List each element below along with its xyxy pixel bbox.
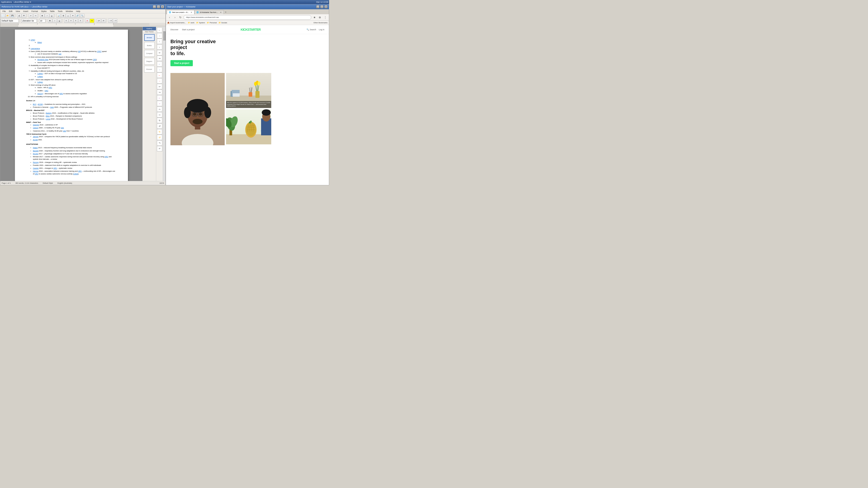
bullets-btn[interactable]: •≡: [101, 19, 106, 23]
browser-close[interactable]: ✕: [324, 5, 328, 8]
arrow-left-outline[interactable]: ⇦: [157, 106, 162, 112]
back-button[interactable]: ‹: [167, 15, 172, 20]
style-selector[interactable]: [1, 19, 19, 23]
save-btn[interactable]: 💾: [10, 14, 15, 18]
ks-nav-start[interactable]: Start a project: [182, 29, 195, 31]
underline-format-btn[interactable]: U: [57, 19, 62, 23]
align-left-btn[interactable]: ≡: [64, 19, 68, 23]
libreoffice-taskbar-btn[interactable]: LibreOffice Writer ▾: [14, 1, 31, 3]
menu-window[interactable]: Window: [64, 10, 74, 13]
bold-format-btn[interactable]: B: [48, 19, 52, 23]
bookmark-work[interactable]: 📁 work: [188, 22, 194, 24]
extensions-btn[interactable]: ⊕: [318, 15, 322, 20]
find-btn[interactable]: 🔍: [80, 14, 85, 18]
bookmark-import[interactable]: 📥 Import bookmarks...: [167, 22, 186, 24]
font-size-input[interactable]: [39, 19, 45, 23]
applications-menu[interactable]: Applications: [1, 1, 12, 3]
arrow-double-left[interactable]: ⇐: [157, 50, 162, 55]
indent-more-btn[interactable]: →≡: [108, 19, 113, 23]
refresh-button[interactable]: ↻: [178, 15, 183, 20]
gallery-encover[interactable]: Encover: [144, 66, 155, 72]
ks-logo[interactable]: KICKSTARTER: [241, 28, 260, 31]
align-center-btn[interactable]: ≡: [69, 19, 73, 23]
underline-btn[interactable]: U: [50, 14, 54, 18]
arrow-left-item[interactable]: ←: [157, 27, 162, 33]
arrow-right-item[interactable]: →: [157, 33, 162, 38]
menu-table[interactable]: Table: [49, 10, 56, 13]
arrow-curved-left[interactable]: ↩: [157, 84, 162, 89]
arrow-right-outline[interactable]: ⇨: [157, 112, 162, 118]
ks-search[interactable]: 🔍 Search: [307, 29, 316, 31]
insert-hyperlink-btn[interactable]: 🔗: [75, 14, 80, 18]
numbering-btn[interactable]: 1≡: [96, 19, 101, 23]
align-right-btn[interactable]: ≡: [73, 19, 78, 23]
minimize-button[interactable]: _: [153, 5, 156, 8]
tab-kickstarter-tips[interactable]: 🌐 10 Kickstarter Tips from ... ✕: [194, 10, 223, 14]
font-color-btn[interactable]: A: [85, 19, 90, 23]
tab-2-close[interactable]: ✕: [220, 11, 222, 13]
bookmark-other[interactable]: Other Bookmarks: [313, 22, 328, 24]
rotate-cw[interactable]: ↻: [157, 118, 162, 123]
new-btn[interactable]: 📄: [1, 14, 5, 18]
arrow-turn-up[interactable]: ↶: [157, 146, 162, 151]
menu-format[interactable]: Format: [30, 10, 39, 13]
arrow-up-item[interactable]: ↑: [157, 39, 162, 44]
bookmark-socials[interactable]: 📁 Socials: [219, 22, 227, 24]
menu-help[interactable]: Help: [74, 10, 82, 13]
bold-btn[interactable]: B: [40, 14, 44, 18]
gallery-compact[interactable]: Compact: [144, 50, 155, 57]
browser-minimize[interactable]: _: [316, 5, 319, 8]
align-justify-btn[interactable]: ≡: [78, 19, 83, 23]
new-tab-button[interactable]: +: [224, 10, 228, 14]
rotate-ccw2[interactable]: ↺: [157, 135, 162, 140]
maximize-button[interactable]: □: [157, 5, 160, 8]
menu-edit[interactable]: Edit: [8, 10, 14, 13]
arrow-right-purple[interactable]: →: [157, 101, 162, 106]
menu-view[interactable]: View: [14, 10, 21, 13]
tab-1-close[interactable]: ✕: [191, 11, 192, 13]
menu-file[interactable]: File: [1, 10, 7, 13]
forward-button[interactable]: ›: [173, 15, 177, 20]
arrow-left-bold[interactable]: ←: [157, 61, 162, 67]
browser-maximize[interactable]: □: [320, 5, 323, 8]
menu-tools[interactable]: Tools: [56, 10, 64, 13]
menu-insert[interactable]: Insert: [22, 10, 30, 13]
rotate-ccw[interactable]: ↺: [157, 123, 162, 129]
insert-shape-btn[interactable]: △: [66, 14, 70, 18]
menu-styles[interactable]: Styles: [39, 10, 48, 13]
ks-start-button[interactable]: Start a project: [170, 60, 193, 66]
italic-format-btn[interactable]: I: [53, 19, 57, 23]
table-btn[interactable]: ⊞: [61, 14, 66, 18]
lo-document-area[interactable]: CPET Milani Lavevariana Davis (2006) (fo…: [0, 27, 143, 181]
new-theme-label[interactable]: New Theme: [143, 31, 156, 33]
url-bar[interactable]: [184, 15, 311, 20]
bookmarks-star[interactable]: ★: [312, 15, 317, 20]
arrow-turn-down[interactable]: ↷: [157, 140, 162, 146]
close-button[interactable]: ✕: [161, 5, 164, 8]
rotate-cw2[interactable]: ↻: [157, 129, 162, 134]
cpet-link[interactable]: CPET: [31, 39, 35, 41]
redo-btn[interactable]: ↪: [33, 14, 38, 18]
ks-nav-discover[interactable]: Discover: [170, 29, 178, 31]
chart-btn[interactable]: 📊: [56, 14, 61, 18]
print-btn[interactable]: 🖨: [17, 14, 22, 18]
bookmark-personal[interactable]: 📁 Personal: [207, 22, 217, 24]
lo-vertical-scrollbar[interactable]: [163, 27, 165, 181]
tab-kickstarter[interactable]: 🌐 Start your project— Ki... ✕: [167, 10, 194, 14]
font-name-input[interactable]: [21, 19, 37, 23]
arrow-right-bold[interactable]: →: [157, 67, 162, 72]
gallery-arrows[interactable]: Arrows: [144, 34, 155, 41]
insert-field-btn[interactable]: ✦: [70, 14, 75, 18]
ks-login[interactable]: Log in: [319, 29, 324, 31]
highlight-btn[interactable]: H: [90, 19, 94, 23]
gallery-bullets[interactable]: Bullets: [144, 42, 155, 49]
arrow-left-red[interactable]: ←: [157, 72, 162, 78]
open-btn[interactable]: 📂: [5, 14, 10, 18]
undo-btn[interactable]: ↩: [29, 14, 33, 18]
arrow-left-purple[interactable]: ←: [157, 95, 162, 101]
scrollbar-thumb[interactable]: [163, 31, 165, 40]
gallery-diagram[interactable]: Diagram: [144, 58, 155, 65]
browser-settings-btn[interactable]: ⋮: [323, 15, 328, 20]
bookmark-system[interactable]: 📁 System: [196, 22, 205, 24]
italic-btn[interactable]: I: [45, 14, 49, 18]
